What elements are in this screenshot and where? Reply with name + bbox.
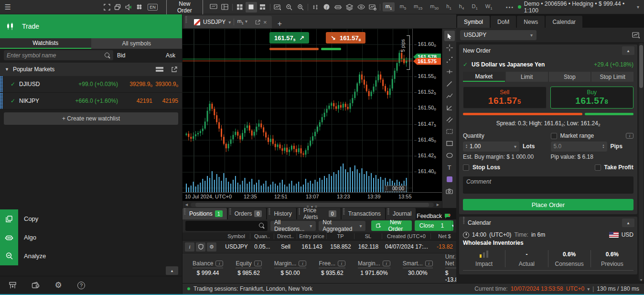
tab-symbol[interactable]: Symbol [457, 16, 490, 28]
tab-watchlists[interactable]: Watchlists [0, 38, 91, 49]
collapse-card-icon[interactable]: ▴ [622, 219, 634, 227]
screenshot-camera-icon[interactable] [444, 186, 455, 197]
fullscreen-icon[interactable] [101, 2, 112, 12]
info-icon[interactable]: i [383, 261, 390, 266]
collapse-sidebar-icon[interactable]: ▴ [166, 266, 178, 275]
ask-price[interactable]: 42195 [152, 98, 182, 104]
chart-type-icon[interactable] [310, 2, 321, 12]
scroll-down-icon[interactable]: ▾ [639, 278, 644, 282]
ellipse-tool-icon[interactable] [444, 150, 455, 161]
open-chart-icon[interactable] [632, 32, 640, 39]
wallet-icon[interactable] [31, 280, 40, 291]
close-position-button[interactable]: Close 1 ▾ [415, 220, 453, 231]
angle-tool-icon[interactable] [444, 102, 455, 113]
chart-settings-icon[interactable] [367, 2, 378, 12]
timezone-selector[interactable]: UTC+0 [566, 285, 584, 292]
cursor-tool-icon[interactable] [444, 31, 455, 41]
add-chart-tab-icon[interactable]: + [278, 20, 282, 28]
channel-tool-icon[interactable] [444, 114, 455, 125]
order-type-stop-limit[interactable]: Stop Limit [591, 72, 633, 82]
tab-transactions[interactable]: Transactions [342, 208, 385, 219]
quantity-input[interactable] [470, 143, 512, 150]
sell-button[interactable]: Sell 161.575 [463, 87, 547, 109]
info-icon[interactable]: i [299, 261, 306, 266]
chart-tab-timeframe[interactable]: m1 ▾ [237, 18, 247, 25]
positions-search-box[interactable] [185, 221, 268, 231]
market-range-stepper[interactable]: ▴▾ [551, 142, 607, 152]
deposit-atm-icon[interactable] [8, 280, 17, 291]
info-icon[interactable]: i [626, 133, 633, 139]
indicators-icon[interactable]: f [321, 2, 333, 12]
order-type-stop[interactable]: Stop [549, 72, 591, 82]
sidebar-item-analyze[interactable]: Analyze [0, 247, 182, 265]
color-swatch-icon[interactable] [444, 174, 455, 185]
robots-icon[interactable] [333, 2, 344, 12]
sidebar-item-algo[interactable]: Algo [0, 228, 182, 247]
drag-handle[interactable] [0, 93, 3, 109]
comment-input[interactable] [463, 176, 633, 194]
settings-gear-icon[interactable]: ⚙ [54, 280, 63, 291]
info-icon[interactable]: i [254, 261, 262, 266]
group-collapse-icon[interactable]: ▼ [5, 67, 9, 72]
create-watchlist-button[interactable]: + Create new watchlist [4, 112, 178, 125]
timeframe-m30[interactable]: m30 [427, 2, 441, 11]
time-axis[interactable]: 10 Jul 2024, UTC+0 12:35 12:51 13:07 13:… [182, 192, 442, 201]
sound-icon[interactable] [123, 2, 134, 12]
tab-all-symbols[interactable]: All symbols [91, 38, 182, 49]
zoom-in-icon[interactable] [295, 2, 306, 12]
watchlist-row-djiusd[interactable]: ✓ DJIUSD +99.0 (+0.03%) 39298.90 39300.9… [0, 76, 182, 93]
windows-icon[interactable] [112, 2, 123, 12]
crosshair-tool-icon[interactable] [444, 43, 455, 53]
rectangle-tool-icon[interactable] [444, 138, 455, 149]
zoom-out-icon[interactable] [283, 2, 295, 12]
tab-calendar[interactable]: Calendar [546, 16, 582, 28]
symbol-search-input[interactable] [7, 52, 105, 59]
tab-positions[interactable]: Positions 1 [182, 208, 227, 219]
templates-layers-icon[interactable] [344, 2, 355, 12]
calendar-event[interactable]: 14:00 (UTC+0) Time: in 6m USD Wholesale … [459, 229, 637, 274]
watchlist-group-header[interactable]: ▼ Popular Markets [0, 63, 182, 76]
plugins-icon[interactable] [134, 2, 145, 12]
trend-line-tool-icon[interactable] [444, 78, 455, 89]
language-badge[interactable]: EN [148, 4, 158, 11]
hamburger-menu-icon[interactable]: ☰ [0, 2, 15, 12]
buy-button[interactable]: Buy 161.578 [550, 87, 634, 109]
open-external-icon[interactable] [171, 66, 177, 73]
timeframe-m15[interactable]: m15 [411, 2, 425, 11]
chart-buy-quote-tag[interactable]: ↘ 161.578 [326, 32, 365, 44]
ask-price[interactable]: 39300.90 [152, 81, 182, 87]
position-protection-shield-icon[interactable] [196, 242, 205, 251]
timezone-chevron-icon[interactable]: ▾ [587, 286, 590, 292]
polyline-tool-icon[interactable] [444, 90, 455, 101]
position-settings-gear-icon[interactable]: ⚙ [207, 242, 216, 251]
layout-panels-icon[interactable] [219, 2, 231, 12]
drag-handle[interactable] [185, 16, 187, 23]
chart-symbol-chevron-icon[interactable]: ▾ [228, 20, 231, 25]
detach-tab-icon[interactable] [255, 20, 260, 25]
timeframe-d1[interactable]: D1 [469, 2, 480, 11]
chart-plot[interactable]: 161.575 ↗ ↘ 161.578 5 pips [182, 29, 412, 192]
quantity-stepper[interactable]: ▴▾ ▾ [463, 142, 519, 152]
tab-history[interactable]: History [267, 208, 296, 219]
drag-handle[interactable] [0, 76, 3, 92]
new-order-button-topbar[interactable]: New Order [166, 0, 203, 15]
info-icon[interactable]: i [215, 261, 223, 266]
timeframe-m5[interactable]: m5 [397, 2, 409, 11]
position-row[interactable]: i ⚙ USDJPY 0.05... Sell 161.143 158.852 … [182, 240, 456, 253]
tab-dom[interactable]: DoM [491, 16, 516, 28]
list-view-icon[interactable] [156, 66, 163, 72]
tab-orders[interactable]: Orders 0 [228, 208, 267, 219]
new-order-button-positions[interactable]: New Order [371, 220, 411, 231]
panel-splitter-handle[interactable]: ≡ ▾ ≡ [307, 205, 318, 209]
symbol-select-dropdown[interactable]: USDJPY ▾ [460, 30, 537, 40]
tab-news[interactable]: News [517, 16, 545, 28]
dashed-rect-tool-icon[interactable] [444, 126, 455, 137]
right-panel-scrollbar[interactable]: ▾ [639, 43, 644, 281]
aggregation-filter-dropdown[interactable]: Not Aggregated ▾ [319, 221, 365, 231]
dot-line-tool-icon[interactable] [444, 55, 455, 65]
feedback-button[interactable]: Feedback [417, 213, 456, 219]
close-tab-icon[interactable]: × [263, 19, 267, 26]
detach-chart-icon[interactable] [208, 2, 219, 12]
horizontal-line-tool-icon[interactable] [444, 66, 455, 77]
scroll-right-icon[interactable]: ► [436, 202, 440, 207]
